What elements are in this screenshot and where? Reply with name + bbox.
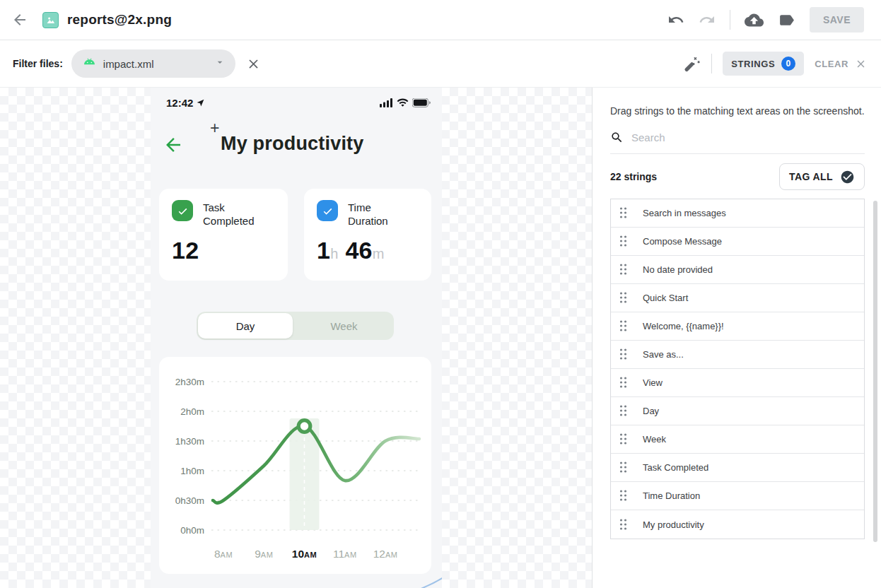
list-item[interactable]: My productivity — [611, 510, 864, 539]
task-card-value: 12 — [172, 237, 199, 264]
string-text: Search in messages — [643, 208, 726, 218]
drag-handle-icon[interactable] — [619, 405, 627, 417]
drag-handle-icon[interactable] — [619, 264, 627, 276]
string-text: Week — [643, 434, 666, 445]
drag-handle-icon[interactable] — [619, 377, 627, 389]
status-bar-icons — [380, 98, 431, 107]
android-icon — [82, 55, 97, 73]
clear-button[interactable]: CLEAR — [815, 58, 867, 70]
drag-handle-icon[interactable] — [619, 320, 627, 332]
back-button[interactable] — [11, 11, 28, 28]
page-title: reports@2x.png — [67, 12, 172, 28]
strings-panel: Drag strings to the matching text areas … — [592, 88, 881, 588]
list-item[interactable]: Quick Start — [611, 284, 864, 312]
svg-text:9AM: 9AM — [255, 548, 273, 560]
location-arrow-icon — [196, 98, 205, 107]
drag-handle-icon[interactable] — [619, 235, 627, 247]
image-file-icon — [42, 12, 59, 28]
drag-handle-icon[interactable] — [619, 207, 627, 219]
close-icon — [855, 58, 867, 70]
next-chart-preview-line — [384, 555, 442, 588]
filter-files-label: Filter files: — [13, 58, 63, 69]
svg-text:1h0m: 1h0m — [180, 466, 204, 476]
check-icon — [317, 200, 338, 221]
svg-text:2h30m: 2h30m — [175, 377, 204, 387]
list-item[interactable]: Day — [611, 397, 864, 425]
svg-text:1h30m: 1h30m — [175, 436, 204, 447]
panel-instruction: Drag strings to the matching text areas … — [610, 105, 865, 117]
list-item[interactable]: View — [611, 369, 864, 397]
strings-count-row: 22 strings TAG ALL — [610, 162, 865, 192]
task-card-label: Task Completed — [203, 201, 255, 228]
phone-back-arrow-icon — [163, 134, 184, 158]
search-icon — [610, 131, 624, 144]
string-text: Quick Start — [643, 293, 688, 303]
search-input[interactable] — [631, 131, 865, 143]
save-button[interactable]: SAVE — [810, 7, 864, 33]
undo-icon[interactable] — [667, 11, 684, 28]
screenshot-canvas: 12:42 + My productivity Task Compl — [0, 88, 592, 588]
list-item[interactable]: Time Duration — [611, 482, 864, 510]
string-text: Time Duration — [643, 490, 700, 501]
strings-count-label: 22 strings — [610, 171, 657, 182]
string-text: Welcome, {{name}}! — [643, 321, 724, 331]
search-field-row — [610, 131, 865, 154]
top-bar: reports@2x.png SAVE — [0, 0, 881, 40]
signal-icon — [380, 98, 393, 107]
time-card-value: 1h 46m — [317, 237, 385, 264]
wifi-icon — [397, 98, 409, 107]
strings-button-label: STRINGS — [731, 59, 775, 69]
list-item[interactable]: No date provided — [611, 256, 864, 284]
phone-screenshot[interactable]: 12:42 + My productivity Task Compl — [151, 88, 442, 588]
divider — [730, 10, 730, 30]
list-item[interactable]: Save as... — [611, 341, 864, 369]
battery-icon — [412, 98, 431, 107]
upload-cloud-icon[interactable] — [745, 11, 764, 30]
string-text: No date provided — [643, 264, 713, 275]
remove-filter-icon[interactable] — [246, 57, 261, 71]
untagged-text-marker: + — [210, 119, 219, 138]
list-item[interactable]: Week — [611, 425, 864, 454]
svg-text:2h0m: 2h0m — [180, 406, 204, 417]
divider — [711, 54, 712, 74]
file-filter-dropdown[interactable]: impact.xml — [71, 49, 235, 78]
string-text: View — [643, 377, 663, 388]
list-item[interactable]: Welcome, {{name}}! — [611, 312, 864, 341]
svg-text:8AM: 8AM — [214, 548, 233, 560]
tag-icon[interactable] — [778, 11, 795, 29]
drag-handle-icon[interactable] — [619, 433, 627, 445]
drag-handle-icon[interactable] — [619, 348, 627, 360]
svg-text:10AM: 10AM — [292, 548, 317, 560]
filter-bar: Filter files: impact.xml STRINGS 0 CLEAR — [0, 40, 881, 88]
time-card-label: Time Duration — [348, 201, 388, 228]
status-bar-time: 12:42 — [166, 97, 205, 109]
check-circle-icon — [840, 170, 855, 184]
drag-handle-icon[interactable] — [619, 490, 627, 502]
redo-icon[interactable] — [699, 11, 716, 28]
toggle-option-week: Week — [294, 312, 394, 340]
magic-wand-icon[interactable] — [683, 55, 701, 73]
string-list: Search in messagesCompose MessageNo date… — [610, 199, 865, 539]
drag-handle-icon[interactable] — [619, 292, 627, 304]
svg-text:11AM: 11AM — [333, 548, 357, 560]
day-week-toggle: Day Week — [197, 312, 394, 340]
string-text: Task Completed — [643, 462, 708, 473]
task-completed-card: Task Completed 12 — [159, 189, 288, 281]
list-item[interactable]: Compose Message — [611, 228, 864, 256]
strings-toggle-button[interactable]: STRINGS 0 — [723, 52, 804, 76]
strings-count-badge: 0 — [781, 57, 795, 71]
svg-text:0h30m: 0h30m — [175, 495, 204, 506]
tag-all-button[interactable]: TAG ALL — [779, 163, 865, 190]
string-text: Compose Message — [643, 236, 722, 247]
chevron-down-icon — [214, 57, 226, 71]
list-item[interactable]: Search in messages — [611, 199, 864, 228]
string-text: Save as... — [643, 349, 684, 360]
phone-screen-title: My productivity — [221, 133, 364, 155]
drag-handle-icon[interactable] — [619, 519, 627, 531]
productivity-chart: 2h30m2h0m1h30m1h0m0h30m0h0m8AM9AM10AM11A… — [159, 357, 431, 574]
string-text: My productivity — [643, 519, 704, 530]
drag-handle-icon[interactable] — [619, 461, 627, 474]
string-text: Day — [643, 406, 659, 416]
scrollbar[interactable] — [873, 201, 877, 542]
list-item[interactable]: Task Completed — [611, 454, 864, 482]
